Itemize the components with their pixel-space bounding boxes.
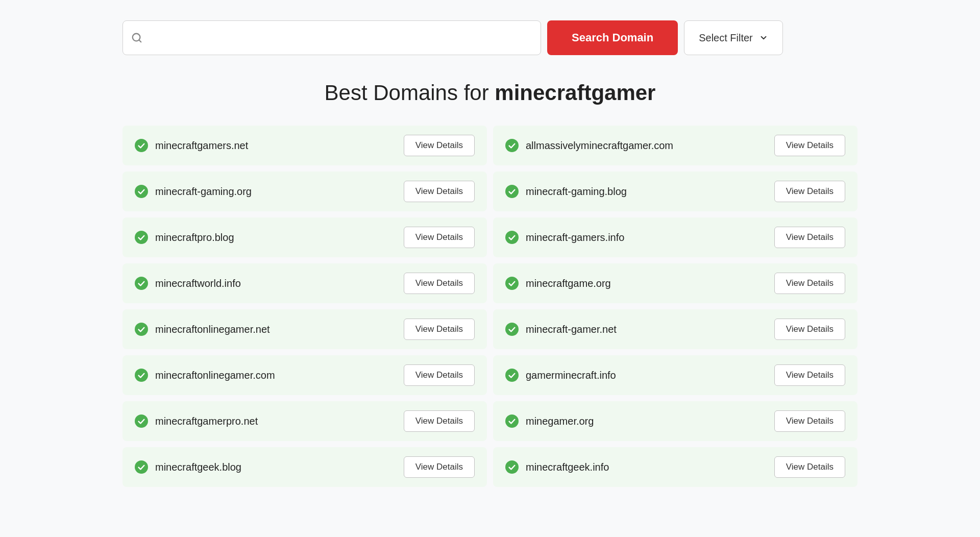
domain-name: minecraft-gamer.net xyxy=(526,324,617,335)
search-input-wrapper: MinecraftGamer xyxy=(122,20,541,55)
domain-left: gamerminecraft.info xyxy=(505,369,616,382)
domain-name: minecraftgamers.net xyxy=(155,140,248,152)
domain-row: minecraftgeek.blogView Details xyxy=(122,447,487,487)
search-bar-container: MinecraftGamer Search Domain Select Filt… xyxy=(122,20,857,55)
view-details-button[interactable]: View Details xyxy=(774,364,845,386)
view-details-button[interactable]: View Details xyxy=(404,364,475,386)
svg-point-3 xyxy=(505,139,519,152)
domain-row: minecraft-gamer.netView Details xyxy=(493,309,857,349)
domain-row: minegamer.orgView Details xyxy=(493,401,857,441)
available-check-icon xyxy=(505,277,519,290)
domain-name: minecraft-gaming.org xyxy=(155,186,252,198)
svg-point-7 xyxy=(505,231,519,244)
available-check-icon xyxy=(135,414,148,428)
domain-left: minecraftonlinegamer.com xyxy=(135,369,275,382)
domain-left: minecraftgeek.blog xyxy=(135,460,241,474)
available-check-icon xyxy=(135,185,148,198)
domain-row: minecraftgame.orgView Details xyxy=(493,263,857,303)
svg-point-14 xyxy=(135,414,148,428)
svg-point-13 xyxy=(505,369,519,382)
domain-left: minecraftgamers.net xyxy=(135,139,248,152)
domain-name: minecraftonlinegamer.net xyxy=(155,324,270,335)
view-details-button[interactable]: View Details xyxy=(404,456,475,478)
view-details-button[interactable]: View Details xyxy=(774,410,845,432)
domain-row: minecraftonlinegamer.netView Details xyxy=(122,309,487,349)
domain-row: minecraft-gaming.orgView Details xyxy=(122,172,487,211)
domain-row: minecraft-gamers.infoView Details xyxy=(493,217,857,257)
domain-row: minecraftgamerpro.netView Details xyxy=(122,401,487,441)
available-check-icon xyxy=(135,139,148,152)
view-details-button[interactable]: View Details xyxy=(774,181,845,202)
domain-name: minegamer.org xyxy=(526,416,594,427)
available-check-icon xyxy=(135,277,148,290)
domain-left: allmassivelyminecraftgamer.com xyxy=(505,139,673,152)
view-details-button[interactable]: View Details xyxy=(404,273,475,294)
available-check-icon xyxy=(135,369,148,382)
available-check-icon xyxy=(505,414,519,428)
view-details-button[interactable]: View Details xyxy=(404,410,475,432)
domain-name: minecraftgeek.blog xyxy=(155,461,241,473)
svg-point-6 xyxy=(135,231,148,244)
domain-left: minecraftgeek.info xyxy=(505,460,609,474)
svg-point-16 xyxy=(135,460,148,474)
page-wrapper: MinecraftGamer Search Domain Select Filt… xyxy=(0,0,980,507)
view-details-button[interactable]: View Details xyxy=(774,135,845,156)
domain-name: minecraftgeek.info xyxy=(526,461,609,473)
search-input[interactable]: MinecraftGamer xyxy=(149,32,532,44)
search-domain-button[interactable]: Search Domain xyxy=(547,20,678,55)
domain-left: minecraftgame.org xyxy=(505,277,611,290)
available-check-icon xyxy=(505,460,519,474)
view-details-button[interactable]: View Details xyxy=(404,227,475,248)
domain-left: minecraftonlinegamer.net xyxy=(135,323,270,336)
svg-point-2 xyxy=(135,139,148,152)
svg-point-10 xyxy=(135,323,148,336)
view-details-button[interactable]: View Details xyxy=(404,135,475,156)
domain-row: gamerminecraft.infoView Details xyxy=(493,355,857,395)
page-heading: Best Domains for minecraftgamer xyxy=(122,81,857,105)
svg-point-17 xyxy=(505,460,519,474)
domain-name: minecraftgame.org xyxy=(526,278,611,289)
svg-line-1 xyxy=(139,40,141,42)
domain-row: allmassivelyminecraftgamer.comView Detai… xyxy=(493,126,857,165)
filter-label: Select Filter xyxy=(699,32,753,44)
domain-left: minecraft-gamers.info xyxy=(505,231,624,244)
view-details-button[interactable]: View Details xyxy=(774,456,845,478)
domain-name: minecraftgamerpro.net xyxy=(155,416,258,427)
domain-row: minecraftonlinegamer.comView Details xyxy=(122,355,487,395)
domain-left: minegamer.org xyxy=(505,414,594,428)
domain-left: minecraftgamerpro.net xyxy=(135,414,258,428)
domain-left: minecraft-gamer.net xyxy=(505,323,617,336)
domain-name: minecraft-gaming.blog xyxy=(526,186,627,198)
view-details-button[interactable]: View Details xyxy=(404,181,475,202)
view-details-button[interactable]: View Details xyxy=(404,319,475,340)
domain-row: minecraftgeek.infoView Details xyxy=(493,447,857,487)
view-details-button[interactable]: View Details xyxy=(774,273,845,294)
view-details-button[interactable]: View Details xyxy=(774,319,845,340)
view-details-button[interactable]: View Details xyxy=(774,227,845,248)
available-check-icon xyxy=(505,369,519,382)
svg-point-4 xyxy=(135,185,148,198)
domain-left: minecraft-gaming.org xyxy=(135,185,252,198)
domain-name: minecraftpro.blog xyxy=(155,232,234,243)
svg-point-9 xyxy=(505,277,519,290)
domain-name: minecraftworld.info xyxy=(155,278,241,289)
domains-grid: minecraftgamers.netView Detailsallmassiv… xyxy=(122,126,857,487)
domain-row: minecraft-gaming.blogView Details xyxy=(493,172,857,211)
available-check-icon xyxy=(505,139,519,152)
available-check-icon xyxy=(135,460,148,474)
available-check-icon xyxy=(135,323,148,336)
domain-row: minecraftworld.infoView Details xyxy=(122,263,487,303)
domain-left: minecraft-gaming.blog xyxy=(505,185,627,198)
available-check-icon xyxy=(505,231,519,244)
heading-keyword: minecraftgamer xyxy=(495,81,655,105)
heading-prefix: Best Domains for xyxy=(325,81,495,105)
domain-name: allmassivelyminecraftgamer.com xyxy=(526,140,673,152)
available-check-icon xyxy=(505,185,519,198)
domain-row: minecraftgamers.netView Details xyxy=(122,126,487,165)
svg-point-5 xyxy=(505,185,519,198)
svg-point-15 xyxy=(505,414,519,428)
svg-point-11 xyxy=(505,323,519,336)
select-filter-button[interactable]: Select Filter xyxy=(684,20,783,55)
available-check-icon xyxy=(505,323,519,336)
domain-name: gamerminecraft.info xyxy=(526,370,616,381)
